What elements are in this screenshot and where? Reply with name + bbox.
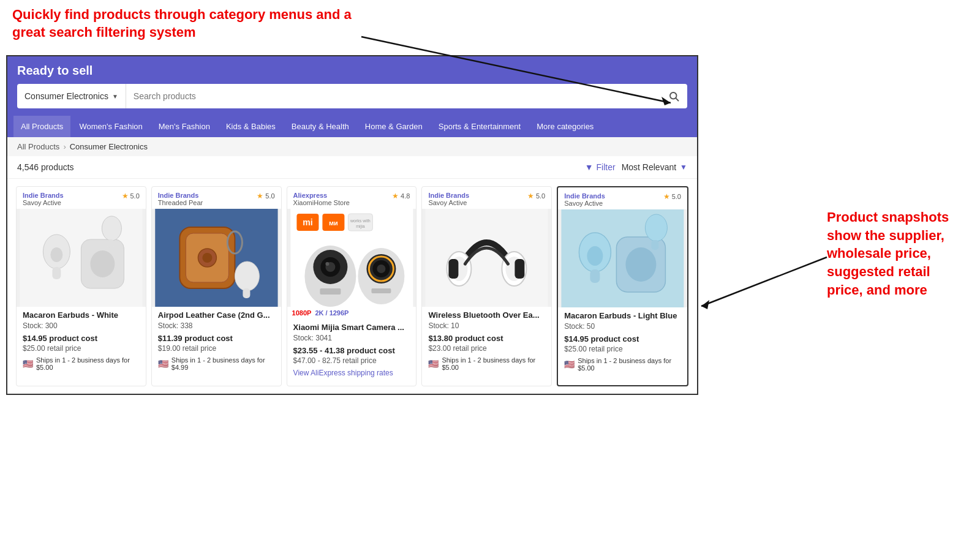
svg-point-10: [50, 247, 62, 262]
svg-rect-55: [590, 269, 600, 283]
sort-chevron-icon: ▼: [680, 163, 687, 171]
product-title-4: Wireless Bluetooth Over Ea...: [428, 310, 545, 320]
product-card-5[interactable]: Indie Brands Savoy Active ★ 5.0: [557, 186, 688, 386]
product-info-1: Macaron Earbuds - White Stock: 300 $14.9…: [17, 307, 146, 377]
badge-2k: 2K / 1296P: [315, 309, 349, 317]
store-name-3: XiaomiHome Store: [293, 199, 350, 206]
nav-item-more-categories[interactable]: More categories: [529, 116, 601, 137]
supplier-name-5: Indie Brands: [564, 192, 605, 200]
chevron-down-icon: ▼: [112, 93, 118, 100]
star-icon-5: ★: [663, 192, 670, 201]
product-cost-2: $11.39 product cost: [158, 334, 275, 343]
flag-icon-4: 🇺🇸: [428, 359, 439, 369]
shipping-info-5: 🇺🇸 Ships in 1 - 2 business days for $5.0…: [564, 357, 681, 372]
store-name-2: Threaded Pear: [158, 199, 203, 206]
store-name-4: Savoy Active: [428, 199, 469, 206]
star-icon-2: ★: [257, 192, 263, 200]
product-image-3: mi ми works with mijia: [287, 209, 417, 307]
search-button[interactable]: [660, 84, 687, 108]
search-icon: [668, 91, 679, 102]
rating-value-1: 5.0: [130, 192, 140, 200]
svg-point-19: [202, 253, 212, 263]
product-cost-3: $23.55 - 41.38 product cost: [293, 346, 410, 355]
sort-label: Most Relevant: [622, 162, 676, 172]
product-count: 4,546 products: [17, 162, 74, 172]
product-supplier-store-2: Indie Brands Threaded Pear: [158, 192, 203, 206]
filter-controls: ▼ Filter Most Relevant ▼: [585, 162, 687, 172]
svg-point-54: [587, 246, 603, 266]
product-title-3: Xiaomi Mijia Smart Camera ...: [293, 323, 410, 332]
aliexpress-shipping-link[interactable]: View AliExpress shipping rates: [293, 369, 410, 377]
product-supplier-store-5: Indie Brands Savoy Active: [564, 192, 605, 207]
filter-label: Filter: [597, 162, 616, 172]
breadcrumb-root[interactable]: All Products: [17, 142, 59, 151]
nav-item-home-garden[interactable]: Home & Garden: [358, 116, 430, 137]
supplier-name-4: Indie Brands: [428, 192, 469, 199]
svg-line-2: [701, 257, 827, 306]
badge-1080p: 1080P: [292, 309, 312, 317]
star-icon-4: ★: [527, 192, 534, 200]
product-header-3: Aliexpress XiaomiHome Store ★ 4.8: [287, 187, 417, 209]
svg-point-52: [626, 247, 657, 282]
nav-item-mens-fashion[interactable]: Men's Fashion: [151, 116, 217, 137]
svg-rect-46: [449, 259, 459, 279]
sort-select[interactable]: Most Relevant ▼: [622, 162, 687, 172]
product-image-2: [152, 209, 281, 307]
breadcrumb-separator: ›: [63, 142, 66, 151]
shipping-text-4: Ships in 1 - 2 business days for $5.00: [442, 356, 545, 371]
search-input[interactable]: [126, 84, 660, 108]
svg-text:works with: works with: [350, 219, 371, 223]
shipping-text-1: Ships in 1 - 2 business days for $5.00: [36, 356, 140, 371]
product-info-3: Xiaomi Mijia Smart Camera ... Stock: 304…: [287, 319, 417, 386]
nav-item-womens-fashion[interactable]: Women's Fashion: [72, 116, 149, 137]
header-title: Ready to sell: [17, 64, 687, 78]
product-card-3[interactable]: Aliexpress XiaomiHome Store ★ 4.8 mi ми: [287, 186, 417, 386]
product-badges-3: 1080P 2K / 1296P: [287, 307, 417, 319]
rating-value-5: 5.0: [672, 193, 681, 200]
svg-rect-49: [515, 259, 525, 279]
product-retail-4: $23.00 retail price: [428, 344, 545, 353]
svg-point-8: [90, 250, 115, 277]
svg-rect-41: [371, 288, 391, 293]
search-bar: Consumer Electronics ▼: [17, 84, 687, 108]
svg-point-40: [377, 265, 385, 273]
product-info-5: Macaron Earbuds - Light Blue Stock: 50 $…: [558, 307, 687, 378]
breadcrumb-current: Consumer Electronics: [70, 142, 148, 151]
supplier-name-1: Indie Brands: [23, 192, 64, 199]
product-stock-1: Stock: 300: [23, 321, 140, 330]
breadcrumb: All Products › Consumer Electronics: [7, 137, 697, 156]
product-card-2[interactable]: Indie Brands Threaded Pear ★ 5.0: [151, 186, 282, 386]
annotation-top: Quickly find products through category m…: [12, 6, 368, 41]
category-select[interactable]: Consumer Electronics ▼: [17, 84, 126, 108]
product-retail-1: $25.00 retail price: [23, 344, 140, 353]
shipping-info-1: 🇺🇸 Ships in 1 - 2 business days for $5.0…: [23, 356, 140, 371]
rating-value-3: 4.8: [401, 192, 410, 200]
product-header-5: Indie Brands Savoy Active ★ 5.0: [558, 187, 687, 209]
svg-point-21: [235, 261, 259, 291]
rating-3: ★ 4.8: [392, 192, 410, 200]
nav-item-kids-babies[interactable]: Kids & Babies: [219, 116, 283, 137]
product-card-4[interactable]: Indie Brands Savoy Active ★ 5.0: [421, 186, 552, 386]
svg-rect-22: [243, 288, 250, 298]
filter-button[interactable]: ▼ Filter: [585, 162, 616, 172]
product-header-4: Indie Brands Savoy Active ★ 5.0: [422, 187, 551, 209]
product-card-1[interactable]: Indie Brands Savoy Active ★ 5.0: [16, 186, 146, 386]
product-header-1: Indie Brands Savoy Active ★ 5.0: [17, 187, 146, 209]
svg-rect-13: [107, 239, 113, 248]
product-retail-2: $19.00 retail price: [158, 344, 275, 353]
nav-item-beauty-health[interactable]: Beauty & Health: [284, 116, 356, 137]
product-supplier-store-1: Indie Brands Savoy Active: [23, 192, 64, 206]
rating-5: ★ 5.0: [663, 192, 681, 201]
nav-item-all-products[interactable]: All Products: [13, 116, 70, 137]
app-container: Ready to sell Consumer Electronics ▼ All…: [6, 55, 698, 395]
product-cost-4: $13.80 product cost: [428, 334, 545, 343]
filter-bar: 4,546 products ▼ Filter Most Relevant ▼: [7, 156, 697, 179]
product-info-4: Wireless Bluetooth Over Ea... Stock: 10 …: [422, 307, 551, 377]
product-stock-4: Stock: 10: [428, 321, 545, 330]
shipping-text-5: Ships in 1 - 2 business days for $5.00: [578, 357, 681, 372]
nav-bar: All Products Women's Fashion Men's Fashi…: [7, 116, 697, 137]
product-image-4: [422, 209, 551, 307]
rating-value-4: 5.0: [536, 192, 545, 200]
rating-2: ★ 5.0: [257, 192, 274, 200]
nav-item-sports-entertainment[interactable]: Sports & Entertainment: [431, 116, 528, 137]
